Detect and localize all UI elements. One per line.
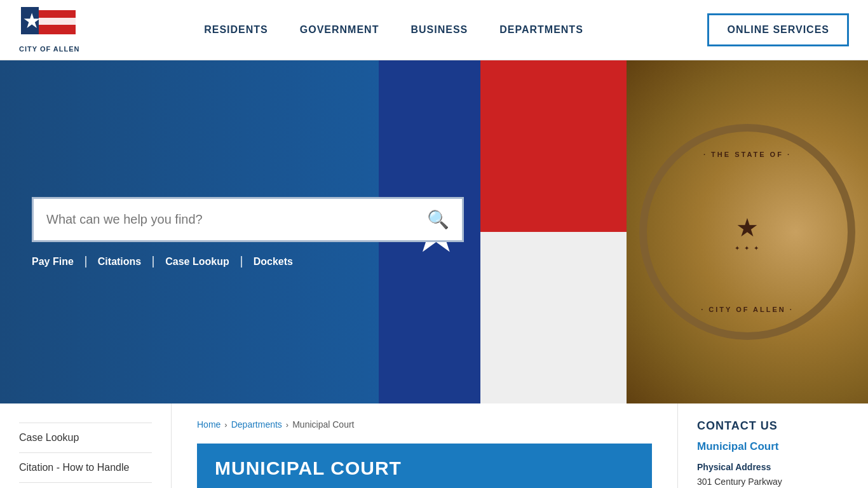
state-seal-circle: · THE STATE OF · ★ ✦ ✦ ✦ · CITY OF ALLEN…	[639, 124, 855, 340]
nav-residents[interactable]: RESIDENTS	[204, 24, 268, 36]
flag-white-stripe	[480, 232, 646, 403]
seal-text-top: · THE STATE OF ·	[703, 151, 791, 158]
contact-dept-name: Municipal Court	[697, 440, 849, 453]
seal-center: ★ ✦ ✦ ✦	[735, 213, 760, 252]
quick-link-pay-fine[interactable]: Pay Fine	[32, 256, 86, 268]
breadcrumb-departments[interactable]: Departments	[231, 419, 282, 430]
svg-rect-4	[39, 18, 76, 25]
seal-inner-text: ✦ ✦ ✦	[735, 245, 760, 252]
sidebar-item-court-dockets[interactable]: Court Dockets	[19, 483, 152, 488]
quick-link-dockets[interactable]: Dockets	[254, 256, 304, 268]
logo-text: CITY OF ALLEN	[19, 45, 80, 53]
contact-address-label: Physical Address	[697, 462, 849, 472]
nav-departments[interactable]: DEPARTMENTS	[499, 24, 583, 36]
main-content: Case Lookup Citation - How to Handle Cou…	[0, 403, 868, 488]
nav-business[interactable]: BUSINESS	[410, 24, 468, 36]
breadcrumb: Home › Departments › Municipal Court	[197, 419, 652, 430]
breadcrumb-home[interactable]: Home	[197, 419, 220, 430]
flag-red-stripe	[480, 60, 646, 232]
seal-star-icon: ★	[735, 213, 760, 242]
contact-sidebar: CONTACT US Municipal Court Physical Addr…	[677, 403, 868, 488]
svg-rect-5	[39, 25, 76, 34]
breadcrumb-sep2: ›	[286, 420, 288, 430]
search-input[interactable]	[46, 212, 427, 227]
search-box: 🔍	[32, 197, 464, 242]
sidebar: Case Lookup Citation - How to Handle Cou…	[0, 403, 172, 488]
content-area: Home › Departments › Municipal Court MUN…	[172, 403, 677, 488]
contact-title: CONTACT US	[697, 419, 849, 433]
logo[interactable]: ★ CITY OF ALLEN	[19, 7, 80, 53]
svg-rect-3	[39, 10, 76, 18]
logo-icon: ★	[21, 7, 78, 44]
state-seal-background: · THE STATE OF · ★ ✦ ✦ ✦ · CITY OF ALLEN…	[627, 60, 868, 403]
main-nav: RESIDENTS GOVERNMENT BUSINESS DEPARTMENT…	[80, 24, 708, 36]
quick-links: Pay Fine Citations Case Lookup Dockets	[32, 256, 477, 268]
sidebar-item-citation-handle[interactable]: Citation - How to Handle	[19, 453, 152, 483]
hero-section: ★ · THE STATE OF · ★ ✦ ✦ ✦ · CITY OF ALL…	[0, 60, 868, 403]
sidebar-item-case-lookup[interactable]: Case Lookup	[19, 423, 152, 453]
seal-text-bottom: · CITY OF ALLEN ·	[701, 306, 794, 313]
nav-government[interactable]: GOVERNMENT	[300, 24, 379, 36]
quick-link-case-lookup[interactable]: Case Lookup	[165, 256, 241, 268]
search-icon[interactable]: 🔍	[427, 209, 449, 230]
breadcrumb-sep1: ›	[224, 420, 227, 430]
online-services-button[interactable]: ONLINE SERVICES	[707, 13, 849, 46]
page-title: MUNICIPAL COURT	[215, 458, 634, 479]
svg-text:★: ★	[24, 11, 40, 31]
breadcrumb-current: Municipal Court	[292, 419, 354, 430]
page-title-bar: MUNICIPAL COURT	[197, 444, 652, 488]
contact-address-line1: 301 Century Parkway	[697, 475, 849, 488]
header: ★ CITY OF ALLEN RESIDENTS GOVERNMENT BUS…	[0, 0, 868, 60]
search-container: 🔍 Pay Fine Citations Case Lookup Dockets	[32, 197, 477, 268]
quick-link-citations[interactable]: Citations	[98, 256, 154, 268]
